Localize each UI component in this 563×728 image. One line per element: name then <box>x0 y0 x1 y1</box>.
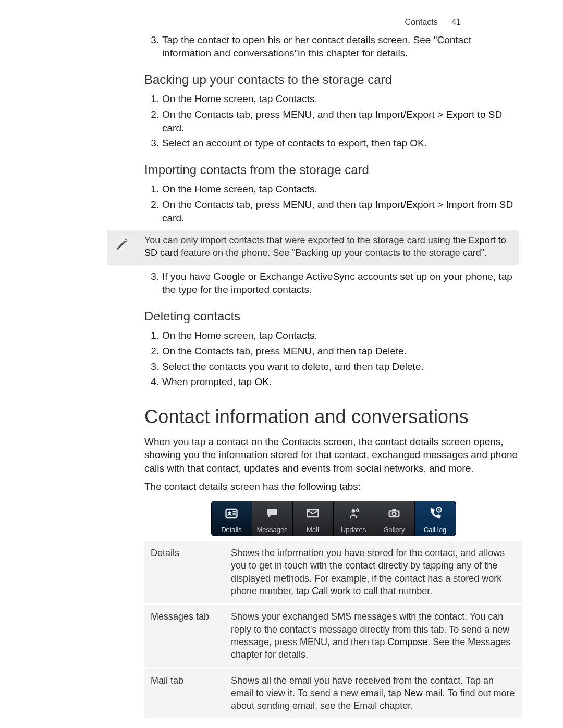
list-text: On the Home screen, tap Contacts. <box>162 329 522 342</box>
list-text: On the Contacts tab, press MENU, and the… <box>162 344 522 358</box>
tab-label: Messages <box>256 525 287 535</box>
list-number: 1. <box>144 329 162 342</box>
page-header: Contacts 41 <box>0 0 563 31</box>
list-text: Select the contacts you want to delete, … <box>162 360 522 374</box>
list-text: Select an account or type of contacts to… <box>162 137 522 150</box>
tab-gallery: Gallery <box>374 501 415 536</box>
import-list-cont: 3. If you have Google or Exchange Active… <box>144 270 522 297</box>
row-key: Mail tab <box>144 668 225 719</box>
convo-p1: When you tap a contact on the Contacts s… <box>144 435 522 475</box>
details-icon <box>224 501 239 525</box>
list-number: 1. <box>144 182 162 196</box>
tab-label: Gallery <box>383 525 405 535</box>
table-row: Details Shows the information you have s… <box>144 541 522 604</box>
document-page: Contacts 41 3. Tap the contact to open h… <box>0 0 563 728</box>
list-text: On the Home screen, tap Contacts. <box>162 182 522 196</box>
tabs-figure: Details Messages Mail <box>144 501 522 536</box>
gallery-icon <box>386 501 402 525</box>
updates-icon <box>346 501 361 525</box>
row-key: Details <box>144 541 225 604</box>
heading-import: Importing contacts from the storage card <box>144 162 522 178</box>
note-text: You can only import contacts that were e… <box>138 234 511 260</box>
pen-icon <box>107 234 138 252</box>
backup-list: 1. On the Home screen, tap Contacts. 2. … <box>144 92 522 150</box>
heading-backup: Backing up your contacts to the storage … <box>144 71 522 88</box>
list-text: Tap the contact to open his or her conta… <box>162 33 522 60</box>
list-number: 2. <box>144 344 162 358</box>
tab-description-table: Details Shows the information you have s… <box>144 541 522 720</box>
list-number: 2. <box>144 108 162 134</box>
svg-rect-3 <box>232 513 236 514</box>
tab-updates: Updates <box>334 501 374 536</box>
row-key: Messages tab <box>144 604 225 668</box>
svg-point-1 <box>228 511 231 514</box>
svg-rect-2 <box>232 511 236 512</box>
list-number: 2. <box>144 198 162 225</box>
heading-delete: Deleting contacts <box>144 308 522 325</box>
list-number: 3. <box>144 137 162 150</box>
list-number: 3. <box>144 360 162 374</box>
intro-list: 3. Tap the contact to open his or her co… <box>144 33 522 60</box>
row-value: Shows the information you have stored fo… <box>225 541 522 604</box>
table-row: Mail tab Shows all the email you have re… <box>144 668 522 719</box>
section-name: Contacts <box>405 18 438 27</box>
list-number: 1. <box>144 92 162 106</box>
calllog-icon <box>427 501 443 525</box>
import-list: 1. On the Home screen, tap Contacts. 2. … <box>144 182 522 225</box>
heading-convo: Contact information and conversations <box>144 404 522 430</box>
mail-icon <box>305 501 321 525</box>
tab-label: Mail <box>307 525 319 535</box>
convo-p2: The contact details screen has the follo… <box>144 480 522 493</box>
list-text: On the Home screen, tap Contacts. <box>162 92 522 106</box>
svg-rect-8 <box>393 509 396 511</box>
tab-calllog: Call log <box>415 501 456 536</box>
tab-label: Call log <box>424 525 446 535</box>
page-number: 41 <box>451 18 461 27</box>
tab-bar: Details Messages Mail <box>211 501 456 536</box>
delete-list: 1. On the Home screen, tap Contacts. 2. … <box>144 329 522 389</box>
tab-label: Details <box>221 525 242 535</box>
list-text: On the Contacts tab, press MENU, and the… <box>162 108 522 134</box>
tab-details: Details <box>212 501 252 536</box>
tab-mail: Mail <box>293 501 334 536</box>
svg-rect-4 <box>232 514 236 515</box>
messages-icon <box>264 501 280 525</box>
note-box: You can only import contacts that were e… <box>107 230 519 265</box>
row-value: Shows your exchanged SMS messages with t… <box>225 604 522 668</box>
svg-point-7 <box>393 512 396 516</box>
list-text: When prompted, tap OK. <box>162 375 522 389</box>
list-number: 4. <box>144 375 162 389</box>
tab-label: Updates <box>341 525 366 535</box>
tab-messages: Messages <box>252 501 293 536</box>
list-number: 3. <box>144 33 162 60</box>
list-text: If you have Google or Exchange ActiveSyn… <box>162 270 522 297</box>
list-text: On the Contacts tab, press MENU, and the… <box>162 198 522 225</box>
svg-point-5 <box>352 509 356 513</box>
list-number: 3. <box>144 270 162 297</box>
row-value: Shows all the email you have received fr… <box>225 668 522 719</box>
table-row: Messages tab Shows your exchanged SMS me… <box>144 604 522 668</box>
